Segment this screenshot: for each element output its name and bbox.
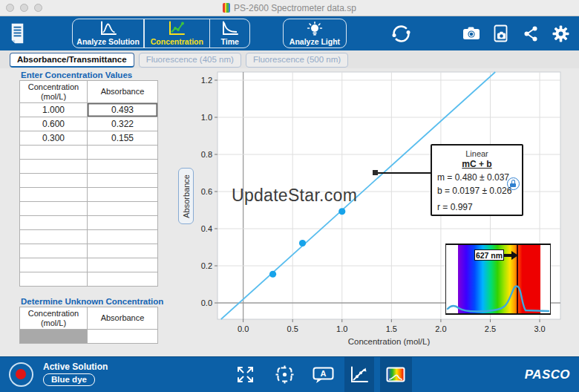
- empty-cell[interactable]: [20, 216, 88, 230]
- table-row: [20, 202, 158, 216]
- analyze-solution-icon: [99, 21, 117, 36]
- empty-cell[interactable]: [88, 272, 158, 287]
- wavelength-label: 627 nm: [474, 249, 504, 261]
- tick-label-x: 1.0: [336, 324, 347, 333]
- empty-cell[interactable]: [20, 188, 88, 202]
- sync-icon: [391, 24, 411, 44]
- curve-fit-icon: [350, 366, 369, 384]
- empty-cell[interactable]: [88, 216, 158, 230]
- data-point[interactable]: [299, 240, 306, 246]
- record-button[interactable]: [9, 362, 33, 387]
- empty-cell[interactable]: [88, 146, 158, 160]
- bottom-toolbar: Active Solution Blue dye: [0, 356, 579, 392]
- settings-button[interactable]: [552, 24, 570, 46]
- solution-selector-button[interactable]: Blue dye: [43, 373, 95, 386]
- time-button[interactable]: Time: [210, 19, 249, 48]
- empty-cell[interactable]: [20, 244, 88, 258]
- table-row: [20, 230, 158, 244]
- app-window: PS-2600 Spectrometer data.sp Analyze Sol…: [0, 0, 579, 392]
- determine-unknown-title: Determine Unknown Concentration: [21, 297, 163, 306]
- empty-cell[interactable]: [20, 146, 88, 160]
- active-solution-label: Active Solution: [43, 362, 108, 372]
- camera-icon: [462, 26, 481, 41]
- value-cell[interactable]: 1.000: [20, 103, 88, 117]
- share-button[interactable]: [523, 25, 539, 45]
- tick-label-y: 0.8: [201, 150, 212, 159]
- fit-equation-label: mC + b: [437, 159, 517, 169]
- journal-button[interactable]: [7, 22, 27, 48]
- unknown-concentration-table: Concentration(mol/L) Absorbance: [19, 307, 158, 344]
- value-cell[interactable]: 0.322: [88, 117, 158, 131]
- analyze-solution-button[interactable]: Analyze Solution: [73, 19, 143, 48]
- value-cell[interactable]: 0.300: [20, 131, 88, 146]
- toolbar: Analyze Solution Concentration Time: [0, 16, 579, 50]
- screenshot-button[interactable]: [462, 26, 481, 44]
- spectrum-overlay-button[interactable]: [380, 357, 412, 392]
- concentration-label: Concentration: [151, 37, 203, 46]
- linear-fit-box[interactable]: Linear mC + b m = 0.480 ± 0.037 b = 0.01…: [431, 144, 523, 216]
- value-cell[interactable]: 0.493: [88, 103, 158, 117]
- unknown-concentration-cell[interactable]: [20, 330, 88, 344]
- record-dot: [16, 369, 26, 379]
- journal-snapshot-button[interactable]: [493, 24, 510, 46]
- tab-absorbance-transmittance[interactable]: Absorbance/Transmittance: [10, 53, 134, 68]
- tick-label-y: 0.4: [201, 224, 212, 233]
- page-camera-icon: [493, 24, 510, 43]
- view-mode-group: Analyze Solution Concentration Time: [72, 19, 250, 48]
- unknown-absorbance-cell[interactable]: [88, 330, 158, 344]
- empty-cell[interactable]: [20, 160, 88, 174]
- empty-cell[interactable]: [20, 272, 88, 287]
- svg-text:A: A: [321, 369, 327, 378]
- curve-fit-tool-button[interactable]: [344, 357, 374, 392]
- tab-fluorescence-500[interactable]: Fluorescence (500 nm): [246, 53, 348, 68]
- fit-box-anchor-handle[interactable]: [373, 170, 378, 175]
- empty-cell[interactable]: [88, 230, 158, 244]
- annotation-icon: A: [313, 367, 335, 384]
- empty-cell[interactable]: [88, 174, 158, 188]
- table-row: [20, 330, 158, 344]
- data-point[interactable]: [338, 208, 345, 215]
- enter-table-body: 1.0000.4930.6000.3220.3000.155: [20, 103, 158, 287]
- analyze-light-label: Analyze Light: [290, 37, 340, 46]
- crosshair-icon: [275, 365, 295, 385]
- column-header-concentration: Concentration(mol/L): [20, 307, 88, 330]
- scale-to-fit-icon: [236, 365, 255, 384]
- spectrum-icon: [386, 367, 405, 382]
- titlebar: PS-2600 Spectrometer data.sp: [0, 0, 579, 16]
- tab-fluorescence-405[interactable]: Fluorescence (405 nm): [139, 53, 241, 68]
- empty-cell[interactable]: [88, 160, 158, 174]
- sync-sensor-button[interactable]: [391, 24, 411, 47]
- crosshair-tool-button[interactable]: [275, 365, 295, 388]
- fit-b-line: b = 0.0197 ± 0.026: [437, 186, 517, 196]
- column-header-concentration: Concentration(mol/L): [20, 81, 88, 103]
- table-row: [20, 160, 158, 174]
- empty-cell[interactable]: [20, 230, 88, 244]
- empty-cell[interactable]: [88, 258, 158, 272]
- table-row: 1.0000.493: [20, 103, 158, 117]
- time-label: Time: [221, 37, 239, 46]
- window-title: PS-2600 Spectrometer data.sp: [234, 3, 356, 13]
- scale-to-fit-button[interactable]: [236, 365, 255, 387]
- concentration-button[interactable]: Concentration: [145, 19, 209, 48]
- y-axis-label-button[interactable]: Absorbance: [178, 168, 194, 224]
- empty-cell[interactable]: [20, 202, 88, 216]
- empty-cell[interactable]: [88, 244, 158, 258]
- annotation-tool-button[interactable]: A: [313, 367, 335, 387]
- empty-cell[interactable]: [20, 174, 88, 188]
- empty-cell[interactable]: [20, 258, 88, 272]
- lock-icon[interactable]: [507, 177, 520, 190]
- analyze-light-button[interactable]: Analyze Light: [283, 19, 347, 48]
- fit-r-line: r = 0.997: [437, 202, 517, 212]
- tick-label-y: 1.2: [201, 76, 212, 85]
- time-icon: [221, 21, 239, 36]
- data-point[interactable]: [269, 271, 276, 278]
- tick-label-x: 0.0: [238, 324, 249, 333]
- tick-label-y: 1.0: [201, 113, 212, 122]
- value-cell[interactable]: 0.600: [20, 117, 88, 131]
- empty-cell[interactable]: [88, 202, 158, 216]
- spectrum-inset[interactable]: 627 nm: [445, 244, 551, 315]
- watermark-text: UpdateStar.com: [232, 186, 357, 206]
- empty-cell[interactable]: [88, 188, 158, 202]
- value-cell[interactable]: 0.155: [88, 131, 158, 146]
- tick-label-x: 1.5: [386, 324, 397, 333]
